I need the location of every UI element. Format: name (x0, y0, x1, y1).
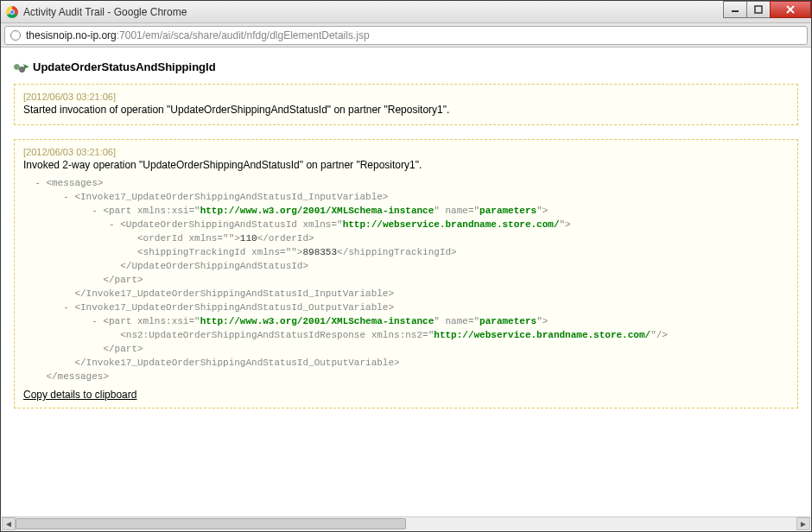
audit-timestamp: [2012/06/03 03:21:06] (23, 92, 789, 102)
xml-line: </part> (23, 273, 789, 287)
page-content: ➤ UpdateOrderStatusAndShippingId [2012/0… (2, 48, 810, 457)
page-heading: ➤ UpdateOrderStatusAndShippingId (14, 60, 798, 73)
xml-line: <shippingTrackingId xmlns="">898353</shi… (23, 245, 789, 259)
xml-line: - <part xmlns:xsi="http://www.w3.org/200… (23, 204, 789, 218)
xml-line: - <UpdateOrderShippingAndStatusId xmlns=… (23, 218, 789, 231)
chrome-window: Activity Audit Trail - Google Chrome the… (0, 0, 812, 532)
horizontal-scrollbar[interactable]: ◄ ► (2, 516, 810, 530)
address-bar: thesisnoip.no-ip.org:7001/em/ai/sca/shar… (1, 23, 811, 48)
xml-line: <ns2:UpdateOrderShippingAndStatusIdRespo… (23, 328, 789, 342)
xml-line: </messages> (23, 370, 789, 383)
url-host: thesisnoip.no-ip.org (26, 29, 117, 41)
minimize-button[interactable] (723, 1, 747, 18)
page-heading-text: UpdateOrderStatusAndShippingId (33, 60, 216, 73)
audit-message: Started invocation of operation "UpdateO… (23, 104, 789, 116)
audit-entry-2: [2012/06/03 03:21:06] Invoked 2-way oper… (14, 139, 798, 408)
url-input[interactable]: thesisnoip.no-ip.org:7001/em/ai/sca/shar… (4, 26, 808, 45)
scrollbar-track[interactable] (16, 517, 796, 530)
chrome-icon (6, 6, 18, 18)
window-controls (724, 1, 811, 18)
xml-payload: - <messages> - <Invoke17_UpdateOrderShip… (23, 176, 789, 383)
gears-icon: ➤ (14, 62, 28, 73)
xml-line: - <messages> (23, 176, 789, 190)
svg-rect-1 (755, 6, 762, 13)
xml-line: </UpdateOrderShippingAndStatusId> (23, 259, 789, 273)
scroll-right-icon[interactable]: ► (796, 517, 810, 530)
page-content-scroll[interactable]: ➤ UpdateOrderStatusAndShippingId [2012/0… (2, 48, 810, 516)
xml-line: - <Invoke17_UpdateOrderShippingAndStatus… (23, 301, 789, 314)
xml-line: <orderId xmlns="">110</orderId> (23, 231, 789, 245)
xml-line: </Invoke17_UpdateOrderShippingAndStatusI… (23, 356, 789, 370)
xml-line: </Invoke17_UpdateOrderShippingAndStatusI… (23, 287, 789, 301)
maximize-button[interactable] (746, 1, 771, 18)
audit-message: Invoked 2-way operation "UpdateOrderShip… (23, 159, 789, 171)
xml-line: </part> (23, 342, 789, 356)
copy-details-link[interactable]: Copy details to clipboard (23, 389, 136, 401)
window-titlebar[interactable]: Activity Audit Trail - Google Chrome (1, 1, 811, 23)
window-title: Activity Audit Trail - Google Chrome (23, 6, 187, 18)
audit-entry-1: [2012/06/03 03:21:06] Started invocation… (14, 84, 798, 125)
audit-timestamp: [2012/06/03 03:21:06] (23, 147, 789, 157)
close-button[interactable] (770, 1, 811, 18)
globe-icon (10, 30, 21, 41)
scrollbar-thumb[interactable] (16, 518, 406, 529)
xml-line: - <Invoke17_UpdateOrderShippingAndStatus… (23, 190, 789, 204)
url-path: :7001/em/ai/sca/share/audit/nfdg/dlgElem… (117, 29, 370, 41)
scroll-left-icon[interactable]: ◄ (2, 517, 16, 530)
xml-line: - <part xmlns:xsi="http://www.w3.org/200… (23, 314, 789, 328)
